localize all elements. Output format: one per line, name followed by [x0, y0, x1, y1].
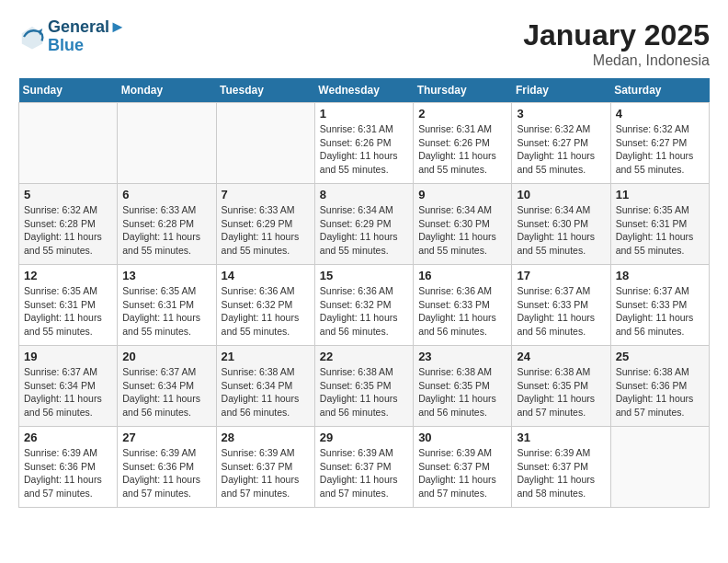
logo-text: General► Blue	[48, 18, 126, 55]
day-info-2-0: Sunrise: 6:35 AM Sunset: 6:31 PM Dayligh…	[24, 284, 112, 339]
day-num-1-4: 9	[418, 188, 506, 201]
cell-4-1: 27Sunrise: 6:39 AM Sunset: 6:36 PM Dayli…	[118, 427, 216, 508]
day-info-4-4: Sunrise: 6:39 AM Sunset: 6:37 PM Dayligh…	[418, 446, 506, 500]
cell-4-0: 26Sunrise: 6:39 AM Sunset: 6:36 PM Dayli…	[19, 427, 118, 508]
cell-0-3: 1Sunrise: 6:31 AM Sunset: 6:26 PM Daylig…	[314, 103, 413, 184]
day-info-0-4: Sunrise: 6:31 AM Sunset: 6:26 PM Dayligh…	[418, 122, 506, 177]
day-num-0-5: 3	[517, 107, 605, 121]
cell-0-4: 2Sunrise: 6:31 AM Sunset: 6:26 PM Daylig…	[414, 103, 512, 184]
day-info-2-1: Sunrise: 6:35 AM Sunset: 6:31 PM Dayligh…	[122, 284, 210, 339]
cell-0-2	[216, 103, 314, 184]
day-info-2-2: Sunrise: 6:36 AM Sunset: 6:32 PM Dayligh…	[222, 284, 310, 339]
calendar-title: January 2025	[523, 18, 710, 52]
cell-3-6: 25Sunrise: 6:38 AM Sunset: 6:36 PM Dayli…	[610, 346, 709, 427]
day-info-0-6: Sunrise: 6:32 AM Sunset: 6:27 PM Dayligh…	[616, 122, 704, 177]
day-info-3-3: Sunrise: 6:38 AM Sunset: 6:35 PM Dayligh…	[320, 365, 408, 419]
cell-2-2: 14Sunrise: 6:36 AM Sunset: 6:32 PM Dayli…	[216, 265, 314, 346]
day-num-1-6: 11	[616, 188, 704, 201]
day-num-4-0: 26	[24, 431, 112, 444]
day-num-3-1: 20	[122, 350, 210, 363]
week-row-1: 5Sunrise: 6:32 AM Sunset: 6:28 PM Daylig…	[19, 184, 710, 265]
cell-2-0: 12Sunrise: 6:35 AM Sunset: 6:31 PM Dayli…	[19, 265, 118, 346]
cell-2-3: 15Sunrise: 6:36 AM Sunset: 6:32 PM Dayli…	[314, 265, 413, 346]
day-num-2-2: 14	[222, 269, 310, 282]
weekday-row: Sunday Monday Tuesday Wednesday Thursday…	[19, 78, 710, 103]
calendar-header: Sunday Monday Tuesday Wednesday Thursday…	[19, 78, 710, 103]
cell-0-5: 3Sunrise: 6:32 AM Sunset: 6:27 PM Daylig…	[512, 103, 610, 184]
day-num-3-2: 21	[222, 350, 310, 363]
day-info-3-0: Sunrise: 6:37 AM Sunset: 6:34 PM Dayligh…	[24, 365, 112, 419]
day-info-2-4: Sunrise: 6:36 AM Sunset: 6:33 PM Dayligh…	[418, 284, 506, 339]
day-info-0-3: Sunrise: 6:31 AM Sunset: 6:26 PM Dayligh…	[320, 122, 408, 177]
cell-1-4: 9Sunrise: 6:34 AM Sunset: 6:30 PM Daylig…	[414, 184, 512, 265]
day-num-0-3: 1	[320, 107, 408, 121]
week-row-4: 26Sunrise: 6:39 AM Sunset: 6:36 PM Dayli…	[19, 427, 710, 508]
day-num-4-3: 29	[320, 431, 408, 444]
day-num-3-5: 24	[517, 350, 605, 363]
cell-4-3: 29Sunrise: 6:39 AM Sunset: 6:37 PM Dayli…	[314, 427, 413, 508]
day-num-4-5: 31	[517, 431, 605, 444]
day-info-4-3: Sunrise: 6:39 AM Sunset: 6:37 PM Dayligh…	[320, 446, 408, 500]
day-num-1-0: 5	[24, 188, 112, 201]
week-row-2: 12Sunrise: 6:35 AM Sunset: 6:31 PM Dayli…	[19, 265, 710, 346]
day-num-4-2: 28	[222, 431, 310, 444]
logo-icon	[18, 23, 46, 51]
day-num-1-5: 10	[517, 188, 605, 201]
cell-3-3: 22Sunrise: 6:38 AM Sunset: 6:35 PM Dayli…	[314, 346, 413, 427]
cell-3-1: 20Sunrise: 6:37 AM Sunset: 6:34 PM Dayli…	[118, 346, 216, 427]
day-info-1-1: Sunrise: 6:33 AM Sunset: 6:28 PM Dayligh…	[122, 203, 210, 258]
day-info-1-4: Sunrise: 6:34 AM Sunset: 6:30 PM Dayligh…	[418, 203, 506, 258]
page-header: General► Blue January 2025 Medan, Indone…	[18, 18, 710, 69]
day-num-2-6: 18	[616, 269, 704, 282]
cell-3-2: 21Sunrise: 6:38 AM Sunset: 6:34 PM Dayli…	[216, 346, 314, 427]
day-info-3-4: Sunrise: 6:38 AM Sunset: 6:35 PM Dayligh…	[418, 365, 506, 419]
calendar-body: 1Sunrise: 6:31 AM Sunset: 6:26 PM Daylig…	[19, 103, 710, 508]
cell-0-1	[118, 103, 216, 184]
cell-0-6: 4Sunrise: 6:32 AM Sunset: 6:27 PM Daylig…	[610, 103, 709, 184]
weekday-saturday: Saturday	[610, 78, 709, 103]
day-info-1-6: Sunrise: 6:35 AM Sunset: 6:31 PM Dayligh…	[616, 203, 704, 258]
cell-1-1: 6Sunrise: 6:33 AM Sunset: 6:28 PM Daylig…	[118, 184, 216, 265]
day-info-4-0: Sunrise: 6:39 AM Sunset: 6:36 PM Dayligh…	[24, 446, 112, 500]
day-num-3-0: 19	[24, 350, 112, 363]
weekday-friday: Friday	[512, 78, 610, 103]
day-info-4-2: Sunrise: 6:39 AM Sunset: 6:37 PM Dayligh…	[222, 446, 310, 500]
day-info-2-5: Sunrise: 6:37 AM Sunset: 6:33 PM Dayligh…	[517, 284, 605, 339]
day-num-4-1: 27	[122, 431, 210, 444]
cell-2-1: 13Sunrise: 6:35 AM Sunset: 6:31 PM Dayli…	[118, 265, 216, 346]
cell-1-6: 11Sunrise: 6:35 AM Sunset: 6:31 PM Dayli…	[610, 184, 709, 265]
day-info-1-3: Sunrise: 6:34 AM Sunset: 6:29 PM Dayligh…	[320, 203, 408, 258]
weekday-sunday: Sunday	[19, 78, 118, 103]
logo: General► Blue	[18, 18, 126, 55]
day-num-1-2: 7	[222, 188, 310, 201]
cell-1-5: 10Sunrise: 6:34 AM Sunset: 6:30 PM Dayli…	[512, 184, 610, 265]
week-row-0: 1Sunrise: 6:31 AM Sunset: 6:26 PM Daylig…	[19, 103, 710, 184]
day-num-0-6: 4	[616, 107, 704, 121]
day-info-1-5: Sunrise: 6:34 AM Sunset: 6:30 PM Dayligh…	[517, 203, 605, 258]
cell-3-0: 19Sunrise: 6:37 AM Sunset: 6:34 PM Dayli…	[19, 346, 118, 427]
cell-1-2: 7Sunrise: 6:33 AM Sunset: 6:29 PM Daylig…	[216, 184, 314, 265]
weekday-wednesday: Wednesday	[314, 78, 413, 103]
weekday-monday: Monday	[118, 78, 216, 103]
cell-4-4: 30Sunrise: 6:39 AM Sunset: 6:37 PM Dayli…	[414, 427, 512, 508]
cell-4-6	[610, 427, 709, 508]
day-info-1-2: Sunrise: 6:33 AM Sunset: 6:29 PM Dayligh…	[222, 203, 310, 258]
day-num-1-3: 8	[320, 188, 408, 201]
day-num-2-5: 17	[517, 269, 605, 282]
cell-2-6: 18Sunrise: 6:37 AM Sunset: 6:33 PM Dayli…	[610, 265, 709, 346]
day-info-3-5: Sunrise: 6:38 AM Sunset: 6:35 PM Dayligh…	[517, 365, 605, 419]
calendar-table: Sunday Monday Tuesday Wednesday Thursday…	[18, 78, 710, 508]
weekday-thursday: Thursday	[414, 78, 512, 103]
cell-2-5: 17Sunrise: 6:37 AM Sunset: 6:33 PM Dayli…	[512, 265, 610, 346]
day-info-2-6: Sunrise: 6:37 AM Sunset: 6:33 PM Dayligh…	[616, 284, 704, 339]
day-info-3-2: Sunrise: 6:38 AM Sunset: 6:34 PM Dayligh…	[222, 365, 310, 419]
day-num-3-6: 25	[616, 350, 704, 363]
day-num-3-4: 23	[418, 350, 506, 363]
day-num-0-4: 2	[418, 107, 506, 121]
day-info-2-3: Sunrise: 6:36 AM Sunset: 6:32 PM Dayligh…	[320, 284, 408, 339]
cell-3-4: 23Sunrise: 6:38 AM Sunset: 6:35 PM Dayli…	[414, 346, 512, 427]
cell-0-0	[19, 103, 118, 184]
cell-3-5: 24Sunrise: 6:38 AM Sunset: 6:35 PM Dayli…	[512, 346, 610, 427]
day-info-3-1: Sunrise: 6:37 AM Sunset: 6:34 PM Dayligh…	[122, 365, 210, 419]
day-info-3-6: Sunrise: 6:38 AM Sunset: 6:36 PM Dayligh…	[616, 365, 704, 419]
